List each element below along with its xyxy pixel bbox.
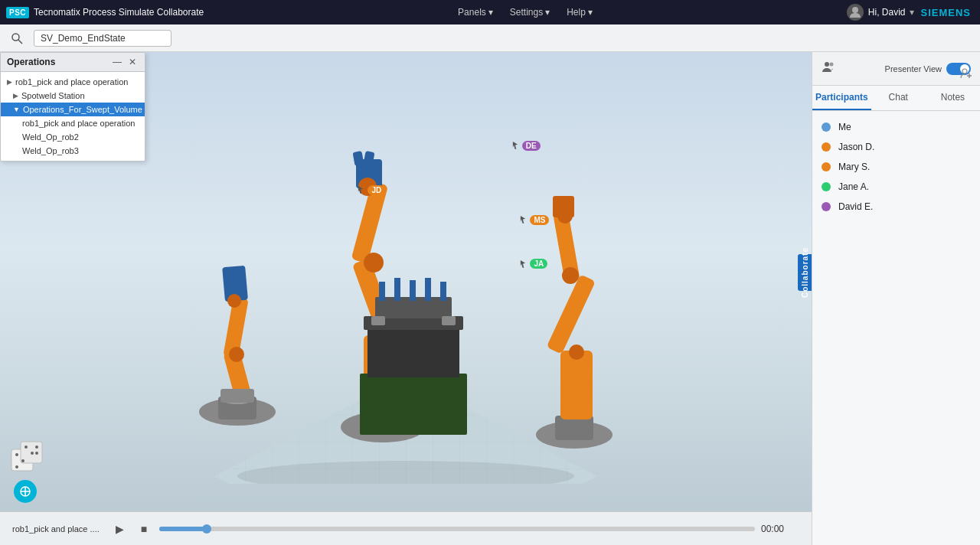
progress-fill xyxy=(159,527,207,531)
nav-settings[interactable]: Settings ▾ xyxy=(502,4,557,21)
collaborate-label: Collaborate xyxy=(801,247,809,298)
svg-point-57 xyxy=(35,452,38,455)
participant-david-e: David E. xyxy=(812,197,980,217)
collaborate-tab[interactable]: Collaborate xyxy=(798,254,812,291)
participant-dot-jane xyxy=(822,182,831,191)
viewport-3d[interactable]: DE JD MS JA Operations — ✕ xyxy=(0,52,812,545)
ops-minimize-button[interactable]: — xyxy=(111,56,123,68)
svg-point-60 xyxy=(962,69,967,73)
playback-bar: rob1_pick and place .... ▶ ■ 00:00 xyxy=(0,511,812,545)
svg-point-23 xyxy=(364,253,384,272)
presenter-view-label: Presenter View xyxy=(885,64,942,73)
corner-circle-button[interactable] xyxy=(14,480,37,503)
participants-icon[interactable] xyxy=(822,60,835,77)
search-input[interactable] xyxy=(34,30,172,47)
svg-rect-14 xyxy=(220,389,254,403)
user-avatar xyxy=(847,4,864,21)
playback-play-button[interactable]: ▶ xyxy=(110,520,129,538)
right-panel: Presenter View Participants Chat Notes M… xyxy=(812,52,980,545)
svg-rect-40 xyxy=(547,274,596,354)
user-info: Hi, David ▾ xyxy=(847,4,915,21)
top-right: Hi, David ▾ SIEMENS xyxy=(847,4,980,21)
ops-item-4[interactable]: Weld_Op_rob2 xyxy=(1,130,145,144)
tab-chat[interactable]: Chat xyxy=(871,86,926,110)
svg-rect-36 xyxy=(442,316,456,325)
ops-item-0[interactable]: ▶ rob1_pick and place operation xyxy=(1,75,145,89)
operations-panel: Operations — ✕ ▶ rob1_pick and place ope… xyxy=(0,52,145,162)
svg-rect-26 xyxy=(360,374,467,435)
svg-rect-30 xyxy=(379,282,385,301)
svg-point-24 xyxy=(358,178,377,196)
operations-panel-title: Operations xyxy=(7,57,55,67)
right-top-icons: Presenter View xyxy=(812,52,980,86)
robots-3d xyxy=(153,98,651,481)
participant-dot-me xyxy=(822,122,831,132)
operations-panel-header: Operations — ✕ xyxy=(1,53,145,72)
siemens-logo: SIEMENS xyxy=(920,7,971,18)
participant-name-david-e: David E. xyxy=(838,201,971,212)
top-nav: Panels ▾ Settings ▾ Help ▾ xyxy=(450,4,600,21)
svg-rect-21 xyxy=(353,151,364,166)
app-logo: PSC xyxy=(6,7,29,18)
participant-name-mary: Mary S. xyxy=(838,162,971,172)
svg-point-12 xyxy=(227,294,241,308)
secondary-toolbar xyxy=(0,24,980,52)
svg-point-59 xyxy=(830,62,834,66)
svg-rect-32 xyxy=(410,280,416,301)
participant-name-jane: Jane A. xyxy=(838,181,971,192)
participant-me: Me xyxy=(812,117,980,137)
participant-name-me: Me xyxy=(838,122,971,132)
user-greeting: Hi, David xyxy=(868,7,906,18)
presenter-view-row: Presenter View xyxy=(885,63,971,75)
svg-rect-39 xyxy=(560,351,593,419)
playback-label: rob1_pick and place .... xyxy=(12,524,104,534)
participant-dot-jason xyxy=(822,142,831,152)
participant-mary: Mary S. xyxy=(812,157,980,177)
ops-item-5[interactable]: Weld_Op_rob3 xyxy=(1,144,145,158)
participant-name-jason: Jason D. xyxy=(838,142,971,152)
time-display: 00:00 xyxy=(761,524,799,534)
invite-user-button[interactable] xyxy=(960,67,972,82)
svg-line-2 xyxy=(18,40,22,44)
nav-panels[interactable]: Panels ▾ xyxy=(450,4,501,21)
dice-icon[interactable] xyxy=(8,438,46,476)
nav-help[interactable]: Help ▾ xyxy=(559,4,600,21)
svg-point-45 xyxy=(569,344,584,360)
svg-point-43 xyxy=(562,267,579,284)
svg-point-0 xyxy=(852,7,858,13)
svg-point-51 xyxy=(15,453,18,456)
svg-rect-33 xyxy=(425,278,431,301)
right-panel-tabs: Participants Chat Notes xyxy=(812,86,980,111)
progress-track[interactable] xyxy=(159,527,755,531)
ops-header-buttons: — ✕ xyxy=(111,56,139,68)
svg-point-44 xyxy=(557,208,573,224)
playback-stop-button[interactable]: ■ xyxy=(135,520,153,538)
svg-point-11 xyxy=(229,347,244,362)
main-area: DE JD MS JA Operations — ✕ xyxy=(0,52,980,545)
participant-jason: Jason D. xyxy=(812,137,980,157)
top-bar: PSC Tecnomatix Process Simulate Collabor… xyxy=(0,0,980,24)
tab-notes[interactable]: Notes xyxy=(926,86,980,110)
ops-item-3[interactable]: rob1_pick and place operation xyxy=(1,116,145,130)
svg-rect-34 xyxy=(440,282,446,301)
ops-item-1[interactable]: ▶ Spotweld Station xyxy=(1,89,145,103)
ops-close-button[interactable]: ✕ xyxy=(126,56,139,68)
svg-point-53 xyxy=(15,465,18,468)
app-title: Tecnomatix Process Simulate Collaborate xyxy=(34,7,204,18)
svg-rect-31 xyxy=(394,278,400,301)
participant-dot-david-e xyxy=(822,202,831,211)
tab-participants[interactable]: Participants xyxy=(812,86,871,110)
svg-rect-27 xyxy=(368,328,459,377)
search-icon-button[interactable] xyxy=(6,28,28,49)
progress-thumb[interactable] xyxy=(202,524,211,534)
svg-point-52 xyxy=(21,459,24,462)
participant-dot-mary xyxy=(822,162,831,171)
participants-list: Me Jason D. Mary S. Jane A. David E. xyxy=(812,111,980,545)
svg-point-55 xyxy=(31,452,34,455)
svg-point-58 xyxy=(825,62,829,67)
svg-rect-35 xyxy=(371,316,385,325)
ops-item-2[interactable]: ▼ Operations_For_Swept_Volume xyxy=(1,103,145,116)
svg-point-1 xyxy=(12,34,19,41)
app-branding: PSC Tecnomatix Process Simulate Collabor… xyxy=(0,7,204,18)
participant-jane: Jane A. xyxy=(812,177,980,197)
